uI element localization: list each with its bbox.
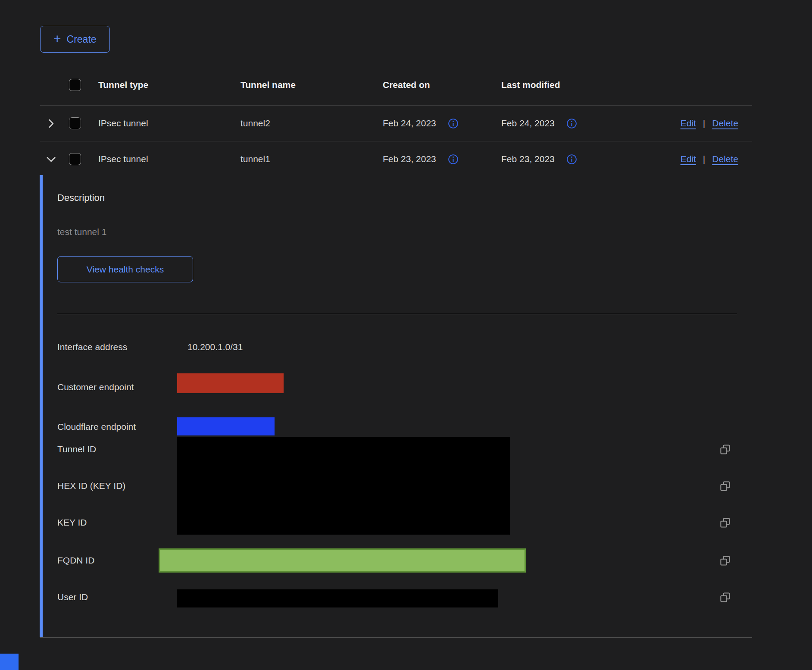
row-actions: Edit | Delete bbox=[664, 118, 752, 128]
plus-icon: + bbox=[53, 32, 61, 45]
actions-separator: | bbox=[703, 118, 705, 128]
user-id-label: User ID bbox=[57, 592, 88, 602]
column-header-created-on: Created on bbox=[383, 80, 501, 90]
ids-redacted-value bbox=[177, 437, 510, 535]
copy-icon[interactable] bbox=[719, 517, 732, 529]
row-actions: Edit | Delete bbox=[664, 154, 752, 164]
tunnel-name-cell: tunnel2 bbox=[240, 118, 383, 128]
customer-endpoint-label: Customer endpoint bbox=[57, 382, 134, 392]
key-id-label: KEY ID bbox=[57, 517, 87, 528]
detail-divider bbox=[57, 314, 737, 314]
tunnel-name-cell: tunnel1 bbox=[240, 154, 383, 164]
tunnel-detail-panel: Description test tunnel 1 View health ch… bbox=[40, 177, 752, 638]
last-modified-value: Feb 24, 2023 bbox=[501, 118, 555, 128]
info-icon[interactable] bbox=[566, 153, 578, 165]
created-on-value: Feb 24, 2023 bbox=[383, 118, 436, 128]
tunnel-type-cell: IPsec tunnel bbox=[98, 118, 240, 128]
tunnel-id-label: Tunnel ID bbox=[57, 444, 96, 454]
description-value: test tunnel 1 bbox=[57, 227, 106, 237]
copy-icon[interactable] bbox=[719, 554, 732, 567]
description-label: Description bbox=[57, 192, 105, 204]
table-header-row: Tunnel type Tunnel name Created on Last … bbox=[40, 65, 752, 106]
row-checkbox[interactable] bbox=[69, 117, 81, 129]
user-id-redacted-value bbox=[177, 589, 498, 607]
edit-link[interactable]: Edit bbox=[681, 118, 696, 128]
tunnel-type-cell: IPsec tunnel bbox=[98, 154, 240, 164]
created-on-value: Feb 23, 2023 bbox=[383, 154, 436, 164]
column-header-tunnel-type: Tunnel type bbox=[98, 80, 240, 90]
copy-icon[interactable] bbox=[719, 443, 732, 456]
column-header-tunnel-name: Tunnel name bbox=[240, 80, 383, 90]
tunnels-table: Tunnel type Tunnel name Created on Last … bbox=[40, 65, 752, 638]
customer-endpoint-redacted-value bbox=[177, 373, 284, 393]
last-modified-cell: Feb 23, 2023 bbox=[501, 153, 664, 165]
copy-icon[interactable] bbox=[719, 591, 732, 604]
info-icon[interactable] bbox=[447, 153, 459, 165]
select-all-cell bbox=[69, 79, 98, 91]
create-button-label: Create bbox=[67, 34, 97, 45]
info-icon[interactable] bbox=[447, 118, 459, 129]
actions-separator: | bbox=[703, 154, 705, 164]
edit-link[interactable]: Edit bbox=[681, 154, 696, 164]
ipsec-tunnels-page: + Create Tunnel type Tunnel name Created… bbox=[0, 0, 812, 670]
column-header-last-modified: Last modified bbox=[501, 80, 664, 90]
row-checkbox[interactable] bbox=[69, 153, 81, 165]
view-health-checks-button[interactable]: View health checks bbox=[57, 256, 193, 282]
chevron-down-icon[interactable] bbox=[44, 153, 57, 166]
create-button[interactable]: + Create bbox=[40, 26, 110, 53]
cloudflare-endpoint-redacted-value bbox=[177, 417, 275, 435]
select-all-checkbox[interactable] bbox=[69, 79, 81, 91]
created-on-cell: Feb 23, 2023 bbox=[383, 153, 501, 165]
clipped-blue-element bbox=[0, 654, 19, 670]
interface-address-label: Interface address bbox=[57, 342, 127, 352]
fqdn-id-label: FQDN ID bbox=[57, 555, 94, 566]
chevron-right-icon[interactable] bbox=[44, 117, 57, 130]
created-on-cell: Feb 24, 2023 bbox=[383, 118, 501, 129]
table-row-tunnel1: IPsec tunnel tunnel1 Feb 23, 2023 Feb 23… bbox=[40, 141, 752, 177]
delete-link[interactable]: Delete bbox=[712, 154, 738, 164]
delete-link[interactable]: Delete bbox=[712, 118, 738, 128]
last-modified-value: Feb 23, 2023 bbox=[501, 154, 555, 164]
copy-icon[interactable] bbox=[719, 480, 732, 493]
table-row-tunnel2: IPsec tunnel tunnel2 Feb 24, 2023 Feb 24… bbox=[40, 106, 752, 141]
info-icon[interactable] bbox=[566, 118, 578, 129]
hex-id-label: HEX ID (KEY ID) bbox=[57, 481, 125, 491]
last-modified-cell: Feb 24, 2023 bbox=[501, 118, 664, 129]
fqdn-id-redacted-value bbox=[159, 548, 526, 573]
interface-address-value: 10.200.1.0/31 bbox=[187, 342, 243, 352]
cloudflare-endpoint-label: Cloudflare endpoint bbox=[57, 422, 136, 432]
